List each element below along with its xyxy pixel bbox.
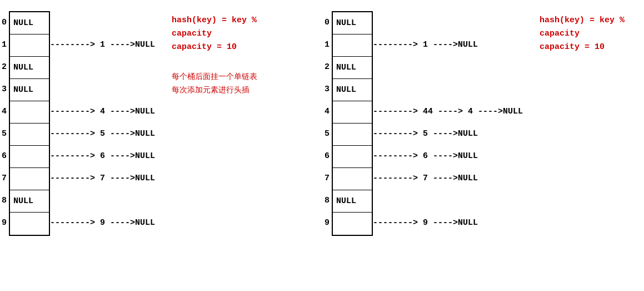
- formula-line3-1: capacity = 10: [172, 42, 237, 52]
- chain-cell-2-2: [373, 56, 523, 78]
- bucket-cell-2-9: [333, 213, 372, 235]
- hash-table-2: 0123456789 NULLNULLNULLNULL --------> 1 …: [316, 11, 523, 236]
- index-cell-2-5: 5: [316, 122, 332, 145]
- chain-cell-1-8: [50, 189, 155, 211]
- formula-2: hash(key) = key % capacity capacity = 10: [540, 14, 644, 54]
- chain-cell-2-8: [373, 189, 523, 211]
- bucket-cell-2-3: NULL: [333, 79, 372, 101]
- bucket-cell-2-8: NULL: [333, 190, 372, 213]
- formula-line3-2: capacity = 10: [540, 42, 605, 52]
- info-panel-1: hash(key) = key % capacity capacity = 10…: [172, 11, 283, 97]
- index-cell-1-9: 9: [0, 211, 9, 234]
- formula-line2-2: capacity: [540, 29, 580, 38]
- index-cell-2-4: 4: [316, 100, 332, 122]
- bucket-cell-1-5: [10, 124, 49, 146]
- bucket-col-1: NULLNULLNULLNULL: [9, 11, 50, 236]
- main-container: 0123456789 NULLNULLNULLNULL --------> 1 …: [0, 11, 644, 236]
- index-cell-1-5: 5: [0, 122, 9, 145]
- info-panel-2: hash(key) = key % capacity capacity = 10: [540, 11, 644, 54]
- chain-cell-2-5: --------> 5 ---->NULL: [373, 122, 523, 145]
- bucket-cell-2-2: NULL: [333, 57, 372, 79]
- chain-cell-2-6: --------> 6 ---->NULL: [373, 145, 523, 167]
- chain-cell-1-4: --------> 4 ---->NULL: [50, 100, 155, 122]
- index-cell-1-6: 6: [0, 145, 9, 167]
- chain-cell-1-3: [50, 78, 155, 100]
- bucket-cell-1-7: [10, 168, 49, 190]
- index-cell-1-1: 1: [0, 33, 9, 56]
- bucket-cell-2-6: [333, 146, 372, 168]
- bucket-cell-1-3: NULL: [10, 79, 49, 101]
- chain-cell-2-7: --------> 7 ---->NULL: [373, 167, 523, 189]
- bucket-cell-2-5: [333, 124, 372, 146]
- bucket-cell-1-6: [10, 146, 49, 168]
- chain-cell-1-9: --------> 9 ---->NULL: [50, 211, 155, 234]
- diagram1: 0123456789 NULLNULLNULLNULL --------> 1 …: [0, 11, 283, 236]
- formula-1: hash(key) = key % capacity capacity = 10: [172, 14, 283, 54]
- diagram2: 0123456789 NULLNULLNULLNULL --------> 1 …: [316, 11, 644, 236]
- index-cell-2-6: 6: [316, 145, 332, 167]
- bucket-cell-2-4: [333, 101, 372, 124]
- formula-line1-1: hash(key) = key %: [172, 16, 257, 25]
- annotation-line1: 每个桶后面挂一个单链表: [172, 72, 257, 81]
- chain-cell-1-1: --------> 1 ---->NULL: [50, 33, 155, 56]
- chain-cell-2-3: [373, 78, 523, 100]
- hash-table-1: 0123456789 NULLNULLNULLNULL --------> 1 …: [0, 11, 155, 236]
- chain-col-1: --------> 1 ---->NULL--------> 4 ---->NU…: [50, 11, 155, 234]
- bucket-cell-1-0: NULL: [10, 12, 49, 34]
- bucket-cell-2-0: NULL: [333, 12, 372, 34]
- index-cell-1-2: 2: [0, 56, 9, 78]
- index-cell-1-8: 8: [0, 189, 9, 211]
- formula-line2-1: capacity: [172, 29, 212, 38]
- bucket-cell-1-8: NULL: [10, 190, 49, 213]
- index-cell-2-7: 7: [316, 167, 332, 189]
- bucket-cell-1-9: [10, 213, 49, 235]
- index-col-1: 0123456789: [0, 11, 9, 234]
- index-cell-2-2: 2: [316, 56, 332, 78]
- index-cell-2-8: 8: [316, 189, 332, 211]
- bucket-cell-1-4: [10, 101, 49, 124]
- bucket-cell-1-1: [10, 34, 49, 57]
- bucket-cell-2-1: [333, 34, 372, 57]
- index-cell-1-4: 4: [0, 100, 9, 122]
- chain-cell-2-9: --------> 9 ---->NULL: [373, 211, 523, 234]
- index-cell-2-9: 9: [316, 211, 332, 234]
- bucket-col-2: NULLNULLNULLNULL: [332, 11, 373, 236]
- chain-cell-2-0: [373, 11, 523, 33]
- index-col-2: 0123456789: [316, 11, 332, 234]
- index-cell-1-3: 3: [0, 78, 9, 100]
- bucket-cell-1-2: NULL: [10, 57, 49, 79]
- annotation-1: 每个桶后面挂一个单链表 每次添加元素进行头插: [172, 71, 283, 97]
- chain-cell-2-4: --------> 44 ----> 4 ---->NULL: [373, 100, 523, 122]
- chain-cell-1-0: [50, 11, 155, 33]
- index-cell-2-3: 3: [316, 78, 332, 100]
- chain-col-2: --------> 1 ---->NULL--------> 44 ----> …: [373, 11, 523, 234]
- bucket-cell-2-7: [333, 168, 372, 190]
- chain-cell-1-7: --------> 7 ---->NULL: [50, 167, 155, 189]
- chain-cell-1-5: --------> 5 ---->NULL: [50, 122, 155, 145]
- chain-cell-1-2: [50, 56, 155, 78]
- index-cell-1-7: 7: [0, 167, 9, 189]
- index-cell-2-1: 1: [316, 33, 332, 56]
- index-cell-2-0: 0: [316, 11, 332, 33]
- index-cell-1-0: 0: [0, 11, 9, 33]
- annotation-line2: 每次添加元素进行头插: [172, 86, 249, 95]
- chain-cell-1-6: --------> 6 ---->NULL: [50, 145, 155, 167]
- formula-line1-2: hash(key) = key %: [540, 16, 625, 25]
- chain-cell-2-1: --------> 1 ---->NULL: [373, 33, 523, 56]
